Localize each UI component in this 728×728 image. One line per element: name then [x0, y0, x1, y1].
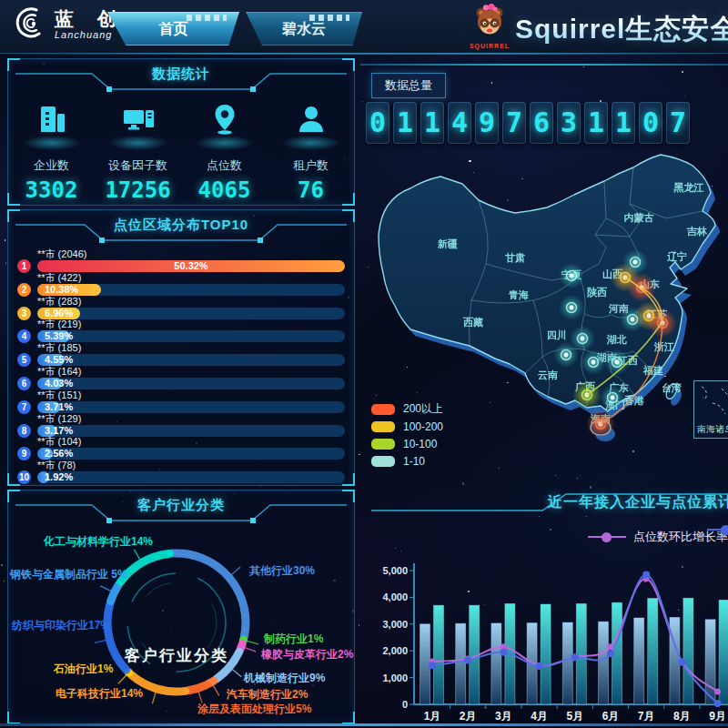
map-province-label: 黑龙江 [673, 182, 704, 193]
inset-label: 南海诸岛 [697, 423, 728, 436]
rank-badge: 6 [17, 377, 31, 390]
panel-corner-accent [7, 58, 20, 71]
slice-label-chemical: 化工与材料学行业14% [44, 534, 153, 550]
rank-badge: 7 [17, 400, 31, 414]
legend-line-marker [588, 536, 626, 538]
top10-row: **市 (164) 6 4.03% [17, 366, 345, 389]
stats-grid: 企业数 3302 设备因子数 17256 [8, 99, 354, 203]
trend-legend-growth: 点位数环比增长率 [588, 529, 728, 545]
star [682, 71, 683, 73]
bar-track: 2.56% [37, 448, 345, 460]
legend-swatch [371, 421, 395, 432]
legend-row: 10-100 [371, 435, 443, 452]
legend-row: 200以上 [371, 400, 443, 418]
logo-spiral-icon [15, 5, 47, 44]
star [462, 482, 464, 484]
x-axis-month-label: 1月 [424, 710, 441, 723]
map-province-label: 浙江 [653, 341, 674, 352]
top10-row: **市 (185) 5 4.55% [17, 342, 345, 366]
star [577, 478, 578, 479]
counter-digit: 0 [366, 102, 389, 144]
x-axis-month-label: 4月 [531, 710, 548, 723]
legend-line-marker [707, 529, 728, 531]
y-axis-tick: 1,000 [382, 672, 408, 683]
tab-bishuiyun[interactable]: 碧水云 [246, 12, 362, 46]
map-province-label: 台湾 [662, 382, 682, 393]
stat-tenants: 租户数 76 [268, 99, 354, 203]
tab-home[interactable]: 首页 [107, 12, 239, 46]
legend-swatch [371, 456, 395, 467]
tab-chips-decoration [187, 15, 227, 21]
counter-digit: 3 [557, 102, 581, 144]
rank-badge: 8 [17, 424, 31, 438]
counter-digit: 1 [584, 102, 608, 144]
dashboard-root: 蓝 创 Lanchuang 首页 碧水云 [0, 0, 728, 728]
counter-digit: 0 [639, 102, 662, 144]
map-province-label: 青海 [508, 289, 529, 300]
stat-label: 设备因子数 [95, 157, 181, 174]
map-province-label: 陕西 [587, 287, 608, 298]
counter-digit: 1 [420, 102, 444, 144]
rank-badge: 1 [17, 259, 31, 273]
stat-value: 3302 [8, 177, 95, 203]
south-china-sea-inset: 南海诸岛 [693, 380, 728, 439]
x-axis-month-label: 8月 [673, 710, 691, 723]
bar-track: 10.38% [37, 284, 345, 296]
map-province-label: 辽宁 [667, 251, 687, 262]
rank-badge: 2 [17, 283, 31, 297]
right-column-divider [360, 64, 728, 66]
panel-corner-accent [342, 58, 355, 71]
y-axis-tick: 2,000 [382, 645, 408, 656]
top10-row: **市 (129) 8 3.17% [17, 413, 345, 437]
legend-swatch [371, 404, 395, 415]
panel-industry-classification: 客户行业分类 客户行业分类 化工与材料学行业14% 钢铁与金属制品行业 5% 其… [7, 490, 355, 724]
page-bottom-accent [0, 723, 728, 726]
top10-row: **市 (104) 9 2.56% [17, 436, 345, 460]
data-total-counter: 0 1 1 4 9 7 6 3 1 1 0 7 [366, 102, 690, 144]
header: 蓝 创 Lanchuang 首页 碧水云 [0, 0, 728, 54]
logo: 蓝 创 Lanchuang [15, 5, 126, 44]
top10-row: **市 (2046) 1 50.32% [17, 248, 345, 272]
bar-track: 5.39% [37, 330, 345, 342]
bar-track: 4.55% [37, 354, 345, 366]
trend-chart-title: 近一年接入企业与点位累计数 [548, 493, 726, 512]
stat-device-factors: 设备因子数 17256 [95, 99, 181, 203]
top10-row: **市 (283) 3 6.96% [17, 296, 345, 319]
star [1, 564, 3, 566]
counter-digit: 1 [393, 102, 417, 144]
panel-region-top10: 点位区域分布TOP10 **市 (2046) 1 50.32% **市 (422… [7, 209, 355, 486]
y-axis-tick: 5,000 [382, 565, 408, 576]
mascot-caption: SQUIRREL [469, 43, 511, 49]
stat-label: 租户数 [268, 157, 354, 174]
map-province-label: 云南 [538, 369, 558, 380]
map-province-label: 新疆 [437, 238, 458, 249]
panel-header: 点位区域分布TOP10 [8, 210, 354, 247]
panel-corner-accent [7, 209, 20, 222]
counter-digit: 1 [612, 102, 635, 144]
y-axis-tick: 0 [402, 699, 408, 710]
panel-corner-accent [342, 473, 355, 486]
data-total-label: 数据总量 [371, 73, 446, 98]
map-province-label: 内蒙古 [624, 212, 654, 223]
star [583, 66, 584, 67]
slice-label-steel: 钢铁与金属制品行业 5% [10, 567, 127, 582]
building-icon [32, 126, 72, 142]
top10-row: **市 (78) 10 1.92% [17, 460, 345, 483]
slice-label-machinery: 机械制造行业9% [244, 671, 325, 686]
y-axis-tick: 4,000 [382, 592, 408, 602]
x-axis-month-label: 2月 [460, 710, 477, 723]
star [555, 475, 556, 476]
bar-track: 1.92% [37, 471, 345, 483]
rank-badge: 9 [17, 447, 31, 460]
x-axis-month-label: 7月 [638, 710, 655, 723]
stat-label: 点位数 [181, 157, 268, 174]
panel-title: 客户行业分类 [8, 497, 354, 514]
panel-title: 点位区域分布TOP10 [8, 217, 354, 234]
panel-corner-accent [7, 712, 20, 724]
map-province-label: 西藏 [462, 317, 483, 328]
stat-enterprises: 企业数 3302 [8, 99, 95, 203]
stat-value: 17256 [95, 177, 181, 203]
user-icon [291, 126, 331, 142]
x-axis-month-label: 5月 [566, 710, 583, 723]
top10-rows: **市 (2046) 1 50.32% **市 (422) 2 10.38% *… [8, 247, 354, 483]
